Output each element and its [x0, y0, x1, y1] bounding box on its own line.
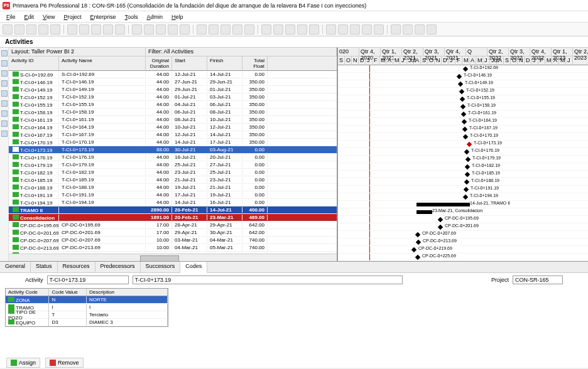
toolbar-button[interactable]: [261, 24, 271, 35]
table-row[interactable]: TRAMO II2890.0020-Feb-2114-Jul-21400.00: [9, 206, 337, 214]
gantt-row[interactable]: T-CI-0+173.19: [338, 141, 588, 148]
table-row[interactable]: T-CI-0+179.19T-CI-0+179.1944.0025-Jul-21…: [9, 161, 337, 169]
gantt-bar[interactable]: [466, 157, 471, 162]
gantt-row[interactable]: T-CI-0+185.19: [338, 171, 588, 178]
table-row[interactable]: T-CI-0+158.19T-CI-0+158.1944.0006-Jul-21…: [9, 109, 337, 116]
table-row[interactable]: CP-DC-0+207.69CP-DC-0+207.6910.0003-Mar-…: [9, 237, 337, 244]
gantt-chart[interactable]: 020Qtr 4, 2020Qtr 1, 2021Qtr 2, 2021Qtr …: [337, 48, 588, 261]
table-row[interactable]: T-CI-0+146.19T-CI-0+146.1944.0027-Jun-21…: [9, 78, 337, 86]
table-row[interactable]: T-CI-0+149.19T-CI-0+149.1944.0029-Jun-21…: [9, 86, 337, 94]
toolbar-button[interactable]: [427, 24, 437, 35]
toolbar-button[interactable]: [338, 24, 348, 35]
menu-tools[interactable]: Tools: [121, 13, 141, 21]
tab-successors[interactable]: Successors: [141, 262, 181, 272]
toolbar-button[interactable]: [374, 24, 384, 35]
gantt-row[interactable]: CP-DC-0+201.69: [338, 223, 588, 231]
col-description[interactable]: Description: [87, 289, 168, 296]
gantt-bar[interactable]: [460, 97, 465, 102]
table-row[interactable]: T-CI-0+188.19T-CI-0+188.1944.0019-Jul-21…: [9, 184, 337, 191]
strip-icon[interactable]: [1, 70, 8, 77]
gantt-row[interactable]: CP-DC-0+225.69: [338, 254, 588, 261]
strip-icon[interactable]: [1, 50, 8, 56]
toolbar-button[interactable]: [168, 24, 178, 35]
toolbar-button[interactable]: [362, 24, 372, 35]
tab-status[interactable]: Status: [31, 262, 58, 272]
activity-id-field[interactable]: [47, 275, 129, 284]
layout-name[interactable]: Layout: Taller Power BI 2: [9, 48, 146, 56]
table-row[interactable]: CP-DC-0+201.69CP-DC-0+201.6917.0029-Apr-…: [9, 229, 337, 237]
tab-resources[interactable]: Resources: [58, 262, 95, 272]
gantt-row[interactable]: 23-Mar-21, Consolidacion: [338, 208, 588, 216]
gantt-bar[interactable]: [438, 225, 443, 230]
gantt-row[interactable]: T-CI-0+188.19: [338, 178, 588, 186]
gantt-row[interactable]: T-CI-0+158.19: [338, 103, 588, 110]
toolbar-button[interactable]: [244, 24, 254, 35]
toolbar-button[interactable]: [132, 24, 142, 35]
gantt-bar[interactable]: [467, 142, 472, 147]
menu-view[interactable]: View: [39, 13, 58, 21]
gantt-bar[interactable]: [457, 74, 462, 79]
table-row[interactable]: T-CI-0+155.19T-CI-0+155.1944.0004-Jul-21…: [9, 101, 337, 109]
menu-edit[interactable]: Edit: [21, 13, 38, 21]
strip-icon[interactable]: [1, 110, 8, 117]
toolbar-button[interactable]: [197, 24, 207, 35]
toolbar-button[interactable]: [38, 24, 48, 35]
gantt-row[interactable]: T-CI-0+152.19: [338, 88, 588, 95]
col-activity-id[interactable]: Activity ID: [9, 56, 59, 70]
gantt-row[interactable]: T-CI-0+191.19: [338, 186, 588, 193]
table-row[interactable]: T-CI-0+176.19T-CI-0+176.1944.0018-Jul-21…: [9, 154, 337, 161]
toolbar-button[interactable]: [67, 24, 77, 35]
toolbar-button[interactable]: [50, 24, 60, 35]
gantt-row[interactable]: T-CI-0+155.19: [338, 95, 588, 103]
table-row[interactable]: T-CI-0+161.19T-CI-0+161.1944.0008-Jul-21…: [9, 116, 337, 124]
h-scrollbar[interactable]: [9, 254, 337, 261]
gantt-row[interactable]: T-CI-0+182.19: [338, 163, 588, 171]
codes-row[interactable]: ZONANNORTE: [6, 296, 168, 304]
strip-icon[interactable]: [1, 131, 8, 137]
gantt-bar[interactable]: [415, 255, 420, 260]
gantt-row[interactable]: CP-DC-0+207.69: [338, 231, 588, 238]
col-code-value[interactable]: Code Value: [49, 289, 87, 296]
gantt-bar[interactable]: [463, 134, 468, 139]
filter-name[interactable]: Filter: All Activities: [146, 48, 337, 56]
col-finish[interactable]: Finish: [207, 56, 242, 70]
gantt-body[interactable]: T-CI-0+192.69T-CI-0+146.19T-CI-0+149.19T…: [338, 65, 588, 261]
table-row[interactable]: T-CI-0+170.19T-CI-0+170.1944.0014-Jul-21…: [9, 139, 337, 146]
gantt-row[interactable]: T-CI-0+179.19: [338, 156, 588, 163]
toolbar-button[interactable]: [3, 24, 13, 35]
table-row[interactable]: T-CI-0+152.19T-CI-0+152.1944.0001-Jul-21…: [9, 94, 337, 101]
toolbar-button[interactable]: [273, 24, 283, 35]
gantt-bar[interactable]: [464, 187, 469, 192]
gantt-bar[interactable]: [463, 67, 468, 72]
strip-icon[interactable]: [1, 120, 8, 127]
gantt-row[interactable]: CP-DC-0+219.69: [338, 246, 588, 254]
toolbar-button[interactable]: [156, 24, 166, 35]
gantt-row[interactable]: T-CI-0+164.19: [338, 118, 588, 126]
menu-project[interactable]: Project: [60, 13, 85, 21]
gantt-bar[interactable]: [416, 240, 421, 245]
strip-icon[interactable]: [1, 100, 8, 107]
menu-file[interactable]: File: [3, 13, 19, 21]
gantt-bar[interactable]: [459, 89, 464, 94]
gantt-row[interactable]: T-CI-0+176.19: [338, 148, 588, 156]
menu-enterprise[interactable]: Enterprise: [86, 13, 119, 21]
toolbar-button[interactable]: [91, 24, 101, 35]
table-row[interactable]: Consolidacion1891.0020-Feb-2123-Mar-2148…: [9, 214, 337, 222]
strip-icon[interactable]: [1, 90, 8, 97]
gantt-bar[interactable]: [464, 179, 469, 184]
gantt-bar[interactable]: [462, 127, 467, 132]
col-activity-name[interactable]: Activity Name: [59, 56, 146, 70]
gantt-row[interactable]: T-CI-0+194.19: [338, 193, 588, 201]
toolbar-button[interactable]: [14, 24, 24, 35]
gantt-bar[interactable]: [463, 195, 468, 200]
gantt-bar[interactable]: [461, 112, 466, 117]
table-row[interactable]: T-CI-0+164.19T-CI-0+164.1944.0010-Jul-21…: [9, 124, 337, 131]
strip-icon[interactable]: [1, 60, 8, 67]
remove-button[interactable]: Remove: [45, 358, 84, 368]
table-row[interactable]: T-CI-0+185.19T-CI-0+185.1944.0021-Jul-21…: [9, 176, 337, 184]
toolbar-button[interactable]: [79, 24, 89, 35]
gantt-bar[interactable]: [465, 172, 470, 177]
table-row[interactable]: CP-DC-0+213.69CP-DC-0+213.6910.0004-Mar-…: [9, 244, 337, 252]
table-row[interactable]: CP-DC-0+195.69CP-DC-0+195.6917.0028-Apr-…: [9, 222, 337, 229]
gantt-row[interactable]: 14-Jul-21, TRAMO II: [338, 201, 588, 208]
